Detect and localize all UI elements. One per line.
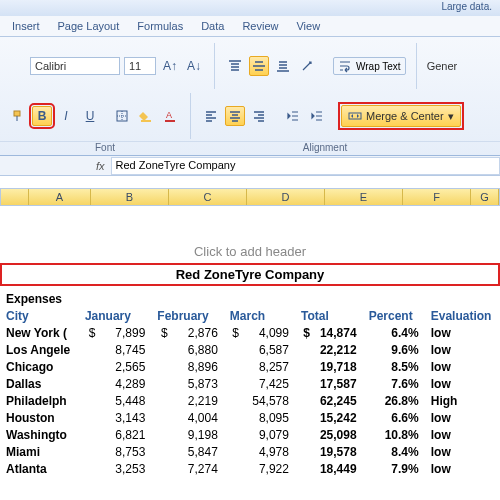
hdr-evaluation[interactable]: Evaluation [425, 307, 500, 324]
cell-feb[interactable]: 7,274 [151, 460, 223, 477]
cell-percent[interactable]: 10.8% [363, 426, 425, 443]
cell-city[interactable]: Atlanta [0, 460, 79, 477]
hdr-total[interactable]: Total [295, 307, 363, 324]
cell-city[interactable]: Los Angele [0, 341, 79, 358]
decrease-indent-icon[interactable] [283, 106, 303, 126]
cell-mar[interactable]: 4,978 [224, 443, 295, 460]
cell-feb[interactable]: $ 2,876 [151, 324, 223, 341]
cell-jan[interactable]: 5,448 [79, 392, 151, 409]
cell-feb[interactable]: 8,896 [151, 358, 223, 375]
cell-jan[interactable]: 8,753 [79, 443, 151, 460]
cell-feb[interactable]: 5,873 [151, 375, 223, 392]
table-row[interactable]: Atlanta3,2537,2747,92218,4497.9%low [0, 460, 500, 477]
cell-mar[interactable]: 8,095 [224, 409, 295, 426]
cell-total[interactable]: 22,212 [295, 341, 363, 358]
table-row[interactable]: Houston3,1434,0048,09515,2426.6%low [0, 409, 500, 426]
cell-percent[interactable]: 9.6% [363, 341, 425, 358]
cell-eval[interactable]: low [425, 409, 500, 426]
table-row[interactable]: Chicago2,5658,8968,25719,7188.5%low [0, 358, 500, 375]
table-row[interactable]: New York ($ 7,899$ 2,876$ 4,099$ 14,8746… [0, 324, 500, 341]
cell-total[interactable]: $ 14,874 [295, 324, 363, 341]
cell-percent[interactable]: 8.5% [363, 358, 425, 375]
cell-feb[interactable]: 6,880 [151, 341, 223, 358]
formula-input[interactable]: Red ZoneTyre Company [111, 157, 500, 175]
cell-mar[interactable]: 6,587 [224, 341, 295, 358]
underline-button[interactable]: U [80, 106, 100, 126]
number-format-label[interactable]: Gener [427, 60, 458, 72]
cell-total[interactable]: 19,718 [295, 358, 363, 375]
cell-total[interactable]: 25,098 [295, 426, 363, 443]
cell-percent[interactable]: 26.8% [363, 392, 425, 409]
cell-city[interactable]: Dallas [0, 375, 79, 392]
tab-review[interactable]: Review [242, 20, 278, 32]
hdr-january[interactable]: January [79, 307, 151, 324]
align-right-icon[interactable] [249, 106, 269, 126]
cell-mar[interactable]: 7,922 [224, 460, 295, 477]
borders-icon[interactable] [112, 106, 132, 126]
hdr-february[interactable]: February [151, 307, 223, 324]
wrap-text-button[interactable]: Wrap Text [333, 57, 406, 75]
col-A[interactable]: A [29, 189, 91, 205]
cell-percent[interactable]: 6.6% [363, 409, 425, 426]
cell-total[interactable]: 17,587 [295, 375, 363, 392]
cell-city[interactable]: Chicago [0, 358, 79, 375]
col-G[interactable]: G [471, 189, 499, 205]
align-top-icon[interactable] [225, 56, 245, 76]
cell-city[interactable]: Houston [0, 409, 79, 426]
cell-city[interactable]: Philadelph [0, 392, 79, 409]
hdr-percent[interactable]: Percent [363, 307, 425, 324]
align-middle-icon[interactable] [249, 56, 269, 76]
shrink-font-icon[interactable]: A↓ [184, 56, 204, 76]
cell-total[interactable]: 18,449 [295, 460, 363, 477]
cell-mar[interactable]: 9,079 [224, 426, 295, 443]
cell-eval[interactable]: low [425, 460, 500, 477]
col-E[interactable]: E [325, 189, 403, 205]
bold-button[interactable]: B [32, 106, 52, 126]
orientation-icon[interactable] [297, 56, 317, 76]
fx-icon[interactable]: fx [90, 160, 111, 172]
table-row[interactable]: Philadelph5,4482,21954,57862,24526.8%Hig… [0, 392, 500, 409]
cell-eval[interactable]: low [425, 341, 500, 358]
cell-percent[interactable]: 6.4% [363, 324, 425, 341]
row-corner[interactable] [1, 189, 29, 205]
align-left-icon[interactable] [201, 106, 221, 126]
cell-mar[interactable]: 54,578 [224, 392, 295, 409]
cell-eval[interactable]: low [425, 443, 500, 460]
cell-percent[interactable]: 7.6% [363, 375, 425, 392]
expenses-header[interactable]: Expenses [0, 290, 500, 307]
add-header-placeholder[interactable]: Click to add header [0, 244, 500, 259]
cell-feb[interactable]: 9,198 [151, 426, 223, 443]
cell-mar[interactable]: 8,257 [224, 358, 295, 375]
cell-city[interactable]: Miami [0, 443, 79, 460]
cell-total[interactable]: 15,242 [295, 409, 363, 426]
cell-eval[interactable]: High [425, 392, 500, 409]
grow-font-icon[interactable]: A↑ [160, 56, 180, 76]
cell-total[interactable]: 19,578 [295, 443, 363, 460]
cell-percent[interactable]: 7.9% [363, 460, 425, 477]
tab-insert[interactable]: Insert [12, 20, 40, 32]
title-merged-cell[interactable]: Red ZoneTyre Company [0, 263, 500, 286]
font-color-icon[interactable]: A [160, 106, 180, 126]
cell-jan[interactable]: 2,565 [79, 358, 151, 375]
cell-mar[interactable]: 7,425 [224, 375, 295, 392]
cell-eval[interactable]: low [425, 358, 500, 375]
cell-feb[interactable]: 4,004 [151, 409, 223, 426]
hdr-march[interactable]: March [224, 307, 295, 324]
tab-formulas[interactable]: Formulas [137, 20, 183, 32]
font-name-select[interactable] [30, 57, 120, 75]
col-D[interactable]: D [247, 189, 325, 205]
worksheet[interactable]: Click to add header Red ZoneTyre Company… [0, 244, 500, 477]
align-bottom-icon[interactable] [273, 56, 293, 76]
italic-button[interactable]: I [56, 106, 76, 126]
cell-eval[interactable]: low [425, 375, 500, 392]
cell-city[interactable]: New York ( [0, 324, 79, 341]
tab-view[interactable]: View [296, 20, 320, 32]
table-row[interactable]: Los Angele8,7456,8806,58722,2129.6%low [0, 341, 500, 358]
cell-feb[interactable]: 2,219 [151, 392, 223, 409]
cell-jan[interactable]: 4,289 [79, 375, 151, 392]
merge-center-button[interactable]: Merge & Center ▾ [341, 105, 461, 127]
font-size-select[interactable] [124, 57, 156, 75]
cell-total[interactable]: 62,245 [295, 392, 363, 409]
tab-data[interactable]: Data [201, 20, 224, 32]
cell-jan[interactable]: 6,821 [79, 426, 151, 443]
